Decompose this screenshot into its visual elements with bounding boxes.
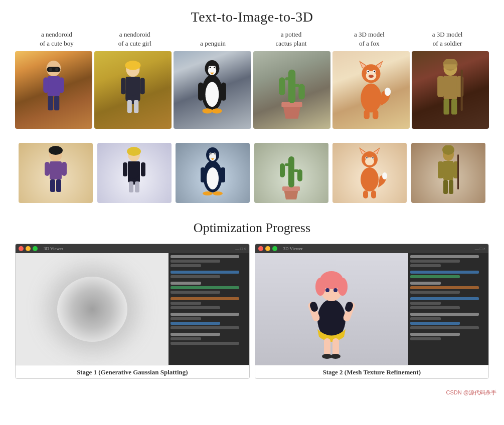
sidebar-line <box>410 337 441 340</box>
sidebar-line <box>171 342 239 345</box>
stage1-label: Stage 1 (Generative Gaussian Splatting) <box>16 365 249 378</box>
photo-boy <box>15 51 92 129</box>
svg-rect-106 <box>443 161 453 180</box>
sidebar-line <box>410 275 460 278</box>
captions-row: a nendoroidof a cute boy a nendoroidof a… <box>15 30 489 48</box>
svg-rect-5 <box>48 96 53 110</box>
svg-rect-103 <box>371 190 376 198</box>
close-button-stage2[interactable] <box>258 246 263 251</box>
stage1-sidebar <box>169 253 249 365</box>
svg-rect-2 <box>48 76 60 96</box>
stage2-figure <box>301 259 362 359</box>
svg-rect-30 <box>279 77 285 95</box>
stage1-window-controls: — □ × <box>235 247 246 251</box>
close-button-stage1[interactable] <box>19 246 24 251</box>
sidebar-line <box>171 306 220 309</box>
sidebar-line <box>410 260 460 263</box>
svg-rect-57 <box>461 70 463 111</box>
svg-rect-123 <box>324 338 330 356</box>
photo-penguin <box>174 51 251 129</box>
svg-point-118 <box>333 288 338 292</box>
svg-rect-71 <box>135 181 139 192</box>
model-images-row <box>15 143 489 203</box>
sidebar-line <box>171 271 239 274</box>
svg-rect-25 <box>221 82 226 100</box>
svg-rect-3 <box>43 77 48 93</box>
stage2-window-controls: — □ × <box>475 247 485 251</box>
sidebar-line <box>410 264 441 267</box>
svg-rect-64 <box>56 179 61 192</box>
svg-point-22 <box>210 67 211 68</box>
minimize-button-stage1[interactable] <box>26 246 31 251</box>
sidebar-line <box>410 326 479 329</box>
sidebar-line <box>410 255 479 258</box>
svg-point-79 <box>214 153 215 154</box>
caption-fox: a 3D modelof a fox <box>331 30 407 48</box>
stage1-panel: 3D Viewer — □ × <box>15 244 250 379</box>
svg-point-7 <box>49 68 52 71</box>
svg-point-126 <box>330 354 341 359</box>
page-title: Text-to-Image-to-3D <box>0 0 504 30</box>
stage2-titlebar: 3D Viewer — □ × <box>255 244 489 253</box>
svg-rect-85 <box>288 156 294 187</box>
svg-point-34 <box>361 83 381 112</box>
svg-rect-13 <box>140 78 145 94</box>
svg-rect-68 <box>123 162 127 176</box>
svg-point-26 <box>203 108 213 113</box>
minimize-button-stage2[interactable] <box>265 246 270 251</box>
svg-point-82 <box>203 191 213 195</box>
svg-rect-6 <box>54 96 59 110</box>
sidebar-line <box>410 322 460 325</box>
svg-rect-110 <box>449 180 453 194</box>
svg-point-17 <box>206 82 219 107</box>
svg-point-83 <box>213 191 223 195</box>
stage2-label: Stage 2 (Mesh Texture Refinement) <box>255 365 489 378</box>
svg-point-101 <box>382 172 387 179</box>
sidebar-line <box>410 297 479 300</box>
caption-boy: a nendoroidof a cute boy <box>19 30 94 48</box>
svg-rect-15 <box>134 100 138 113</box>
sidebar-line <box>171 313 239 316</box>
svg-point-116 <box>338 278 348 296</box>
svg-rect-24 <box>199 82 204 100</box>
svg-rect-56 <box>444 64 457 69</box>
svg-rect-86 <box>280 163 285 177</box>
sidebar-line <box>410 302 441 305</box>
maximize-button-stage2[interactable] <box>272 246 277 251</box>
photo-soldier <box>412 51 489 129</box>
sidebar-line <box>410 333 460 336</box>
svg-rect-107 <box>438 161 443 178</box>
sidebar-line <box>410 282 441 285</box>
photo-images-row <box>15 51 489 129</box>
svg-rect-61 <box>45 162 50 176</box>
sidebar-line <box>171 291 220 294</box>
model-cactus <box>254 143 328 203</box>
svg-rect-60 <box>50 161 62 179</box>
stage1-titlebar: 3D Viewer — □ × <box>16 244 249 253</box>
svg-rect-109 <box>443 180 448 194</box>
stage1-viewport <box>16 253 169 365</box>
sidebar-line <box>171 302 201 305</box>
maximize-button-stage1[interactable] <box>33 246 38 251</box>
stage1-content <box>16 253 249 365</box>
svg-rect-111 <box>457 154 459 189</box>
svg-point-90 <box>361 167 379 191</box>
watermark: CSDN @源代码杀手 <box>0 389 504 399</box>
svg-rect-12 <box>121 78 125 94</box>
svg-rect-80 <box>201 167 205 182</box>
svg-rect-33 <box>294 84 299 87</box>
optimization-title: Optimization Progress <box>0 216 504 244</box>
caption-penguin: a penguin <box>176 39 251 48</box>
svg-point-59 <box>49 146 63 155</box>
svg-rect-81 <box>221 167 225 182</box>
svg-point-117 <box>325 288 329 292</box>
svg-rect-51 <box>437 76 444 97</box>
svg-rect-89 <box>294 169 298 172</box>
sidebar-line <box>171 322 220 325</box>
svg-rect-1 <box>47 67 61 72</box>
stage2-sidebar <box>408 253 489 365</box>
svg-point-44 <box>374 71 375 72</box>
sidebar-line <box>171 317 201 320</box>
sidebar-line <box>171 286 239 289</box>
model-girl <box>97 143 172 203</box>
